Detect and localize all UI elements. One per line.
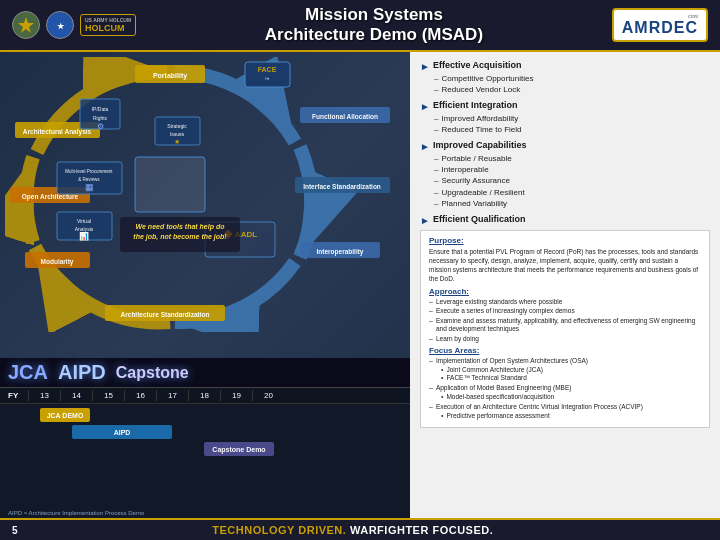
arrow-bullet-1: ► — [420, 61, 430, 72]
efficient-integration-title: Efficient Integration — [433, 100, 518, 112]
approach-text-2: Execute a series of increasingly complex… — [436, 307, 575, 315]
efficient-integration-header: ► Efficient Integration — [420, 100, 710, 112]
jca-label: JCA — [8, 361, 48, 384]
svg-text:Virtual: Virtual — [77, 218, 91, 224]
timeline-area: JCA AIPD Capstone FY 13 14 15 16 17 18 1… — [0, 358, 410, 518]
improved-affordability-text: Improved Affordability — [441, 114, 518, 124]
fy-20: 20 — [252, 390, 284, 401]
svg-text:Modularity: Modularity — [41, 258, 74, 266]
right-panel: ► Effective Acquisition – Competitive Op… — [410, 52, 720, 518]
efficient-qual-title: Efficient Qualification — [433, 214, 526, 226]
jca-bar-label: JCA DEMO — [47, 412, 84, 419]
fy-14: 14 — [60, 390, 92, 401]
amrdec-text: AMRDEC — [622, 19, 698, 37]
footer-tagline: TECHNOLOGY DRIVEN. WARFIGHTER FOCUSED. — [18, 524, 688, 536]
svg-marker-0 — [18, 17, 34, 33]
timeline-bars: JCA DEMO AIPD Capstone Demo — [0, 404, 410, 463]
arrow-bullet-4: ► — [420, 215, 430, 226]
focus-sub-1b: • FACE™ Technical Standard — [429, 374, 701, 382]
improved-capabilities-section: ► Improved Capabilities – Portable / Reu… — [420, 140, 710, 210]
aipd-note: AIPD = Architecture Implementation Proce… — [8, 510, 144, 516]
jca-bar-row: JCA DEMO — [8, 408, 402, 422]
amrdec-logo: cimi AMRDEC — [612, 8, 708, 42]
secondary-logo: ★ — [46, 11, 74, 39]
header: ★ US ARMY HOLCUM HOLCUM Mission Systems … — [0, 0, 720, 52]
competitive-opp-text: Competitive Opportunities — [441, 74, 533, 84]
competitive-opportunities: – Competitive Opportunities — [420, 74, 710, 84]
fy-18: 18 — [188, 390, 220, 401]
fy-17: 17 — [156, 390, 188, 401]
focus-main-1: Implementation of Open System Architectu… — [436, 357, 588, 365]
svg-text:▦: ▦ — [85, 182, 94, 192]
footer: 5 TECHNOLOGY DRIVEN. WARFIGHTER FOCUSED. — [0, 518, 720, 540]
fy-19: 19 — [220, 390, 252, 401]
svg-text:★: ★ — [174, 138, 180, 145]
reduced-time-text: Reduced Time to Field — [441, 125, 521, 135]
capstone-bar: Capstone Demo — [204, 442, 274, 456]
focus-sub-2a: • Model-based specification/acquisition — [429, 393, 701, 401]
diagram-area: Portability FACE ™ Functional Allocation… — [0, 52, 410, 518]
efficient-qualification-header: ► Efficient Qualification — [420, 214, 710, 226]
holcum-label: US ARMY HOLCUM HOLCUM — [80, 14, 136, 36]
diagram-svg: Portability FACE ™ Functional Allocation… — [5, 57, 405, 332]
effective-acquisition-header: ► Effective Acquisition — [420, 60, 710, 72]
focus-sub-text-3a: Predictive performance assessment — [446, 412, 549, 420]
svg-text:Functional Allocation: Functional Allocation — [312, 113, 378, 120]
planned-variability-text: Planned Variability — [441, 199, 507, 209]
approach-item-2: – Execute a series of increasingly compl… — [429, 307, 701, 315]
focus-areas-title: Focus Areas: — [429, 346, 701, 355]
security-text: Security Assurance — [441, 176, 509, 186]
approach-item-1: – Leverage existing standards where poss… — [429, 298, 701, 306]
tagline-part1: TECHNOLOGY DRIVEN. — [212, 524, 346, 536]
improved-affordability: – Improved Affordability — [420, 114, 710, 124]
svg-text:IP/Data: IP/Data — [92, 106, 109, 112]
efficient-integration-section: ► Efficient Integration – Improved Affor… — [420, 100, 710, 136]
army-logo — [12, 11, 40, 39]
svg-text:FACE: FACE — [258, 66, 277, 73]
interoperable-text: Interoperable — [441, 165, 488, 175]
svg-text:the job, not become the job!: the job, not become the job! — [133, 233, 227, 241]
svg-text:Interface Standardization: Interface Standardization — [303, 183, 381, 190]
approach-text-4: Learn by doing — [436, 335, 479, 343]
approach-text-3: Examine and assess maturity, applicabili… — [436, 317, 701, 334]
fy-16: 16 — [124, 390, 156, 401]
focus-sub-text-1b: FACE™ Technical Standard — [446, 374, 526, 382]
focus-item-2: – Application of Model Based Engineering… — [429, 384, 701, 401]
aipd-bar-row: AIPD — [8, 425, 402, 439]
focus-main-3: Execution of an Architecture Centric Vir… — [436, 403, 643, 411]
purpose-section: Purpose: Ensure that a potential PVL Pro… — [420, 230, 710, 429]
svg-text:Rights: Rights — [93, 115, 108, 121]
title-line2: Architecture Demo (MSAD) — [265, 25, 483, 44]
portable-reusable: – Portable / Reusable — [420, 154, 710, 164]
improved-capabilities-header: ► Improved Capabilities — [420, 140, 710, 152]
focus-sub-1a: • Joint Common Architecture (JCA) — [429, 366, 701, 374]
main-content: Portability FACE ™ Functional Allocation… — [0, 52, 720, 518]
effective-acquisition-section: ► Effective Acquisition – Competitive Op… — [420, 60, 710, 96]
svg-text:Portability: Portability — [153, 72, 187, 80]
capstone-label: Capstone — [116, 364, 189, 382]
header-logos: ★ US ARMY HOLCUM HOLCUM — [12, 11, 136, 39]
reduced-vendor-lock: – Reduced Vendor Lock — [420, 85, 710, 95]
capstone-bar-label: Capstone Demo — [212, 446, 265, 453]
aipd-bar: AIPD — [72, 425, 172, 439]
purpose-text: Ensure that a potential PVL Program of R… — [429, 247, 701, 283]
reduced-vendor-text: Reduced Vendor Lock — [441, 85, 520, 95]
aipd-label: AIPD — [58, 361, 106, 384]
improved-cap-title: Improved Capabilities — [433, 140, 527, 152]
efficient-qualification-section: ► Efficient Qualification — [420, 214, 710, 226]
header-title: Mission Systems Architecture Demo (MSAD) — [136, 5, 612, 46]
aipd-bar-label: AIPD — [114, 429, 131, 436]
arrow-bullet-3: ► — [420, 141, 430, 152]
svg-text:Interoperability: Interoperability — [317, 248, 364, 256]
svg-text:We need tools that help do: We need tools that help do — [136, 223, 226, 231]
focus-item-1: – Implementation of Open System Architec… — [429, 357, 701, 382]
svg-text:Issues: Issues — [170, 131, 185, 137]
focus-item-3: – Execution of an Architecture Centric V… — [429, 403, 701, 420]
upgradeable-text: Upgradeable / Resilient — [441, 188, 524, 198]
fy-13: 13 — [28, 390, 60, 401]
svg-text:™: ™ — [265, 76, 270, 82]
fy-label: FY — [8, 391, 28, 400]
fy-15: 15 — [92, 390, 124, 401]
timeline-header-row: JCA AIPD Capstone — [0, 358, 410, 388]
upgradeable: – Upgradeable / Resilient — [420, 188, 710, 198]
